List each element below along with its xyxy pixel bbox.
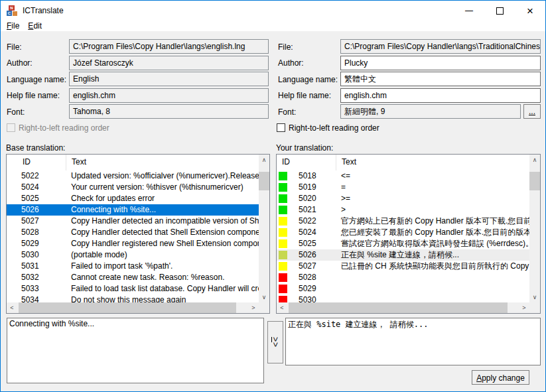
table-row[interactable]: 5025 嘗試從官方網站取得版本資訊時發生錯誤 (%errdesc)。 <box>277 238 529 249</box>
table-row[interactable]: 5024 Your current version: %thisver (%th… <box>7 182 259 193</box>
row-text: Check for updates error <box>66 193 259 204</box>
row-id: 5027 <box>21 216 39 227</box>
table-row[interactable]: 5028 Copy Handler detected that Shell Ex… <box>7 227 259 238</box>
table-row[interactable]: 5028 <box>277 272 529 283</box>
font-picker-button[interactable]: ... <box>523 104 541 119</box>
copy-text-button[interactable]: >> <box>267 321 283 363</box>
row-text: 正在與 %site 建立連線，請稍候... <box>336 249 529 261</box>
table-row[interactable]: 5018 <= <box>277 170 529 182</box>
vertical-scrollbar[interactable]: ∧ ∨ <box>259 155 269 302</box>
table-row[interactable]: 5026 正在與 %site 建立連線，請稍候... <box>277 249 529 261</box>
font-picker-label: ... <box>529 107 535 116</box>
close-button[interactable]: × <box>515 1 545 21</box>
row-id-cell: 5018 <box>277 170 336 182</box>
row-id: 5024 <box>21 182 39 193</box>
table-row[interactable]: 5025 Check for updates error <box>7 193 259 204</box>
row-id: 5032 <box>21 272 39 283</box>
column-header-text[interactable]: Text <box>336 155 529 170</box>
table-row[interactable]: 5027 已註冊的 CH 系統快顯功能表與您目前所執行的 Copy Ha <box>277 261 529 272</box>
scroll-left-icon[interactable]: < <box>277 302 287 313</box>
column-header-id[interactable]: ID <box>277 155 336 170</box>
column-header-id[interactable]: ID <box>7 155 66 170</box>
vertical-scrollbar[interactable]: ∧ ∨ <box>529 155 540 302</box>
row-id-cell: 5026 <box>277 249 336 261</box>
row-id-cell: 5025 <box>277 238 336 249</box>
table-row[interactable]: 5030 (portable mode) <box>7 249 259 261</box>
language-field-left: English <box>69 72 269 86</box>
row-id: 5022 <box>299 216 316 227</box>
scroll-up-icon[interactable]: ∧ <box>259 155 269 165</box>
table-row[interactable]: 5031 Failed to import task '%path'. <box>7 261 259 272</box>
table-row[interactable]: 5024 您已經安裝了最新的 Copy Handler 版本.您目前的版本: . <box>277 227 529 238</box>
horizontal-scrollbar[interactable]: < > <box>7 302 259 313</box>
row-id-cell: 5024 <box>7 182 66 193</box>
scrollbar-thumb[interactable] <box>289 302 508 313</box>
row-id: 5031 <box>21 261 39 272</box>
row-text: >= <box>336 193 529 204</box>
app-icon: N C <box>7 5 17 16</box>
status-square <box>279 194 287 203</box>
table-row[interactable]: 5026 Connecting with %site... <box>7 204 259 216</box>
table-row[interactable]: 5030 <box>277 294 529 302</box>
author-field-right[interactable]: Plucky <box>340 56 541 70</box>
row-id: 5026 <box>299 249 316 261</box>
menu-edit[interactable]: Edit <box>28 21 42 31</box>
table-row[interactable]: 5019 = <box>277 182 529 193</box>
scroll-down-icon[interactable]: ∨ <box>259 292 269 302</box>
row-id-cell: 5027 <box>7 216 66 227</box>
status-square <box>279 183 287 192</box>
table-row[interactable]: 5029 Copy Handler registered new Shell E… <box>7 238 259 249</box>
your-list-header[interactable]: ID Text <box>277 155 529 170</box>
scrollbar-thumb[interactable] <box>529 172 540 190</box>
row-id: 5020 <box>299 193 316 204</box>
row-id: 5026 <box>21 204 39 216</box>
row-id: 5028 <box>299 272 316 283</box>
table-row[interactable]: 5020 >= <box>277 193 529 204</box>
scroll-down-icon[interactable]: ∨ <box>529 292 540 302</box>
table-row[interactable]: 5027 Copy Handler detected an incompatib… <box>7 216 259 227</box>
horizontal-scrollbar[interactable]: < > <box>277 302 529 313</box>
table-row[interactable]: 5021 > <box>277 204 529 216</box>
your-text-editor[interactable]: 正在與 %site 建立連線， 請稍候... <box>285 318 541 365</box>
column-header-text[interactable]: Text <box>66 155 259 170</box>
copy-accel: > <box>271 337 280 342</box>
apply-change-button[interactable]: Apply change <box>472 370 529 385</box>
scroll-right-icon[interactable]: > <box>248 302 259 313</box>
rtl-checkbox-right[interactable] <box>277 123 285 132</box>
helpfile-field-right[interactable]: english.chm <box>340 88 541 103</box>
base-list-header[interactable]: ID Text <box>7 155 259 170</box>
row-id: 5022 <box>21 170 39 182</box>
row-text <box>336 272 529 283</box>
base-translation-label: Base translation: <box>6 143 65 153</box>
scrollbar-thumb[interactable] <box>19 302 236 313</box>
menu-file[interactable]: File <box>7 21 19 31</box>
status-square <box>279 206 287 214</box>
table-row[interactable]: 5033 Failed to load task list database. … <box>7 283 259 294</box>
row-text: 官方網站上已有新的 Copy Handler 版本可下載.您目前的 <box>336 216 529 227</box>
scroll-right-icon[interactable]: > <box>519 302 529 313</box>
status-square <box>279 262 287 271</box>
status-square <box>279 296 287 302</box>
author-field-left: Józef Starosczyk <box>69 56 269 70</box>
row-text: = <box>336 182 529 193</box>
minimize-button[interactable]: — <box>454 1 484 21</box>
helpfile-field-left: english.chm <box>69 88 269 103</box>
maximize-button[interactable] <box>484 1 515 21</box>
scroll-up-icon[interactable]: ∧ <box>529 155 540 165</box>
language-field-right[interactable]: 繁體中文 <box>340 72 541 86</box>
font-field-left: Tahoma, 8 <box>69 104 269 119</box>
row-id: 5033 <box>21 283 39 294</box>
table-row[interactable]: 5022 Updated version: %officialver (%num… <box>7 170 259 182</box>
table-row[interactable]: 5032 Cannot create new task. Reason: %re… <box>7 272 259 283</box>
scroll-left-icon[interactable]: < <box>7 302 17 313</box>
status-square <box>279 273 287 282</box>
row-text: <= <box>336 170 529 182</box>
row-id-cell: 5021 <box>277 204 336 216</box>
table-row[interactable]: 5022 官方網站上已有新的 Copy Handler 版本可下載.您目前的 <box>277 216 529 227</box>
apply-rest: pply change <box>482 373 525 383</box>
base-text-editor[interactable]: Connecting with %site... <box>7 318 264 383</box>
table-row[interactable]: 5034 Do not show this message again <box>7 294 259 302</box>
scrollbar-thumb[interactable] <box>259 172 269 190</box>
table-row[interactable]: 5029 <box>277 283 529 294</box>
language-label-left: Language name: <box>7 75 66 84</box>
